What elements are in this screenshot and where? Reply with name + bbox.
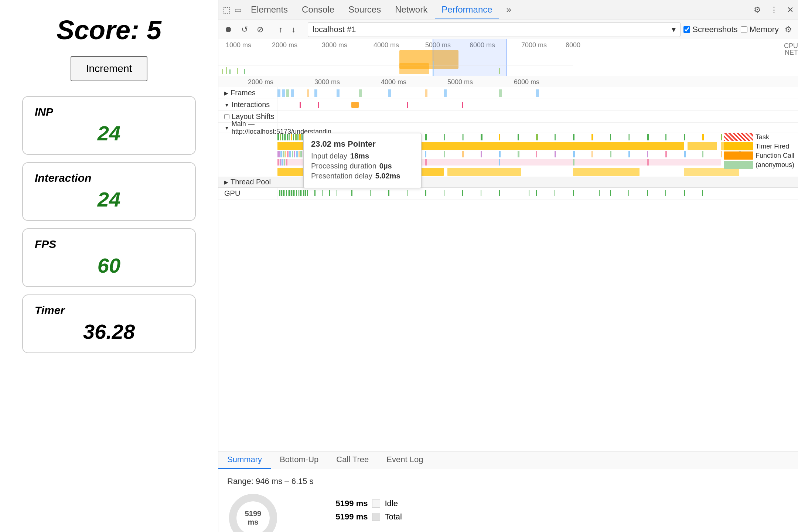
tab-more[interactable]: » bbox=[500, 1, 518, 18]
svg-rect-81 bbox=[285, 151, 286, 157]
svg-rect-84 bbox=[292, 151, 293, 157]
svg-rect-83 bbox=[289, 151, 291, 157]
donut-chart: 5199 ms bbox=[227, 492, 279, 532]
tooltip-presentation-label: Presentation delay bbox=[311, 172, 372, 180]
capture-settings-icon[interactable]: ⚙ bbox=[782, 23, 795, 36]
score-value: 5 bbox=[147, 15, 161, 45]
tab-sources[interactable]: Sources bbox=[342, 1, 388, 18]
legend-function: Function Call bbox=[724, 151, 794, 160]
layout-shifts-checkbox[interactable] bbox=[224, 114, 229, 119]
tab-summary[interactable]: Summary bbox=[218, 451, 271, 469]
svg-rect-24 bbox=[351, 102, 359, 108]
devtools-inspect-icon[interactable]: ⬚ bbox=[221, 4, 232, 16]
layout-shifts-content bbox=[277, 111, 798, 122]
tab-elements[interactable]: Elements bbox=[244, 1, 294, 18]
tab-network[interactable]: Network bbox=[388, 1, 434, 18]
summary-legend: 5199 ms Idle 5199 ms Total bbox=[336, 499, 402, 522]
legend-task: Task bbox=[724, 133, 794, 141]
close-icon[interactable]: ✕ bbox=[785, 4, 795, 16]
svg-rect-147 bbox=[298, 190, 299, 196]
svg-rect-151 bbox=[305, 190, 306, 196]
svg-rect-17 bbox=[388, 89, 391, 97]
timeline-overview[interactable]: 1000 ms 2000 ms 3000 ms 4000 ms 5000 ms … bbox=[218, 39, 798, 76]
frames-chevron[interactable]: ▶ bbox=[224, 90, 228, 96]
tab-event-log[interactable]: Event Log bbox=[378, 451, 432, 469]
tab-call-tree[interactable]: Call Tree bbox=[327, 451, 378, 469]
svg-rect-111 bbox=[573, 151, 575, 157]
upload-icon[interactable]: ↑ bbox=[276, 23, 286, 36]
svg-rect-160 bbox=[407, 190, 407, 196]
tab-bottom-up[interactable]: Bottom-Up bbox=[271, 451, 327, 469]
bottom-content: Range: 946 ms – 6.15 s 5199 ms 5199 ms I… bbox=[218, 469, 798, 532]
svg-rect-25 bbox=[407, 102, 408, 108]
legend-area: Task Timer Fired Function Call (anonymou… bbox=[724, 133, 794, 169]
svg-rect-78 bbox=[277, 151, 280, 157]
legend-function-label: Function Call bbox=[756, 152, 794, 160]
tab-console[interactable]: Console bbox=[295, 1, 341, 18]
tick2-5000: 5000 ms bbox=[447, 78, 473, 86]
main-header-content bbox=[277, 123, 798, 133]
tick-7000: 7000 ms bbox=[521, 41, 547, 49]
svg-rect-11 bbox=[286, 89, 289, 97]
reload-icon[interactable]: ↺ bbox=[238, 23, 251, 36]
thread-pool-chevron[interactable]: ▶ bbox=[224, 179, 228, 185]
bottom-left: Range: 946 ms – 6.15 s 5199 ms bbox=[227, 477, 314, 532]
tooltip-input-delay-label: Input delay bbox=[311, 152, 347, 160]
svg-rect-172 bbox=[628, 190, 629, 196]
overview-cpu-chart bbox=[218, 50, 798, 76]
thread-pool-label: Thread Pool bbox=[231, 178, 271, 186]
svg-rect-1 bbox=[222, 69, 223, 74]
tab-performance[interactable]: Performance bbox=[435, 1, 499, 18]
svg-rect-175 bbox=[684, 190, 685, 196]
performance-toolbar: ⏺ ↺ ⊘ ↑ ↓ localhost #1 ▾ Screenshots Mem… bbox=[218, 20, 798, 39]
interactions-label[interactable]: ▼ Interactions bbox=[218, 99, 277, 110]
svg-rect-14 bbox=[314, 89, 317, 97]
svg-rect-168 bbox=[555, 190, 555, 196]
svg-rect-57 bbox=[425, 134, 427, 140]
tick2-2000: 2000 ms bbox=[248, 78, 273, 86]
svg-rect-126 bbox=[286, 159, 287, 166]
frames-label[interactable]: ▶ Frames bbox=[218, 87, 277, 99]
svg-rect-19 bbox=[444, 89, 447, 97]
tooltip-processing-label: Processing duration bbox=[311, 162, 376, 170]
svg-rect-6 bbox=[399, 63, 429, 74]
inp-card: INP 24 bbox=[22, 96, 196, 155]
screenshots-checkbox[interactable] bbox=[683, 26, 690, 33]
svg-rect-117 bbox=[684, 151, 686, 157]
record-icon[interactable]: ⏺ bbox=[221, 23, 235, 36]
svg-rect-123 bbox=[280, 159, 281, 166]
svg-rect-173 bbox=[647, 190, 648, 196]
devtools-device-icon[interactable]: ▭ bbox=[233, 4, 243, 16]
svg-rect-87 bbox=[299, 151, 300, 157]
interactions-chevron[interactable]: ▼ bbox=[224, 102, 229, 108]
main-chevron[interactable]: ▼ bbox=[224, 125, 229, 131]
clear-icon[interactable]: ⊘ bbox=[254, 23, 266, 36]
legend-task-box bbox=[724, 133, 753, 141]
svg-rect-154 bbox=[322, 190, 323, 196]
idle-label: Idle bbox=[385, 499, 398, 508]
svg-rect-2 bbox=[226, 67, 227, 74]
svg-rect-20 bbox=[499, 89, 502, 97]
settings-icon[interactable]: ⚙ bbox=[752, 4, 763, 16]
interactions-track: ▼ Interactions bbox=[218, 99, 798, 111]
svg-rect-70 bbox=[665, 134, 666, 140]
main-label[interactable]: ▼ Main — http://localhost:5173/understan… bbox=[218, 123, 277, 133]
svg-rect-13 bbox=[307, 89, 309, 97]
timeline-scroll-area[interactable]: 2000 ms 3000 ms 4000 ms 5000 ms 6000 ms … bbox=[218, 76, 798, 451]
frames-track: ▶ Frames bbox=[218, 87, 798, 99]
download-icon[interactable]: ↓ bbox=[289, 23, 299, 36]
more-options-icon[interactable]: ⋮ bbox=[768, 4, 780, 16]
svg-rect-166 bbox=[529, 190, 529, 196]
svg-rect-109 bbox=[536, 151, 537, 157]
url-dropdown-icon[interactable]: ▾ bbox=[672, 25, 676, 34]
memory-checkbox[interactable] bbox=[741, 26, 747, 33]
left-panel: Score: 5 Increment INP 24 Interaction 24… bbox=[0, 0, 218, 532]
increment-button[interactable]: Increment bbox=[71, 56, 148, 81]
svg-rect-141 bbox=[288, 190, 289, 196]
svg-rect-167 bbox=[536, 190, 537, 196]
svg-rect-157 bbox=[351, 190, 352, 196]
tick2-3000: 3000 ms bbox=[314, 78, 340, 86]
score-display: Score: 5 bbox=[57, 15, 161, 45]
overview-ruler: 1000 ms 2000 ms 3000 ms 4000 ms 5000 ms … bbox=[218, 39, 798, 50]
main-track-header: ▼ Main — http://localhost:5173/understan… bbox=[218, 123, 798, 133]
